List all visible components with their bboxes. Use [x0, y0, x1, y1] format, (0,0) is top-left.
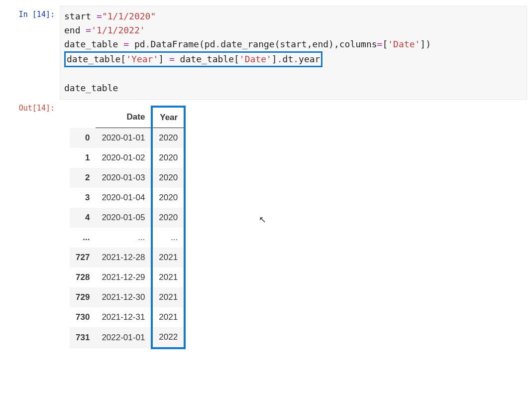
table-row: 32020-01-042020: [70, 188, 185, 208]
cell-date: 2020-01-01: [96, 128, 152, 148]
cell-index: 727: [70, 248, 96, 267]
highlighted-code-line: date_table['Year'] = date_table['Date'].…: [64, 51, 322, 67]
table-row: 7292021-12-302021: [70, 287, 185, 307]
output-cell: Out[14]: Date Year 02020-01-01202012020-…: [5, 100, 527, 349]
code-input-area[interactable]: start ="1/1/2020" end ='1/1/2022' date_t…: [60, 6, 527, 100]
cell-year: 2021: [152, 287, 185, 307]
header-index: [70, 107, 96, 128]
cell-date: ...: [96, 228, 152, 248]
cell-index: 1: [70, 148, 96, 168]
cell-index: 3: [70, 188, 96, 208]
cell-index: 728: [70, 267, 96, 287]
dataframe-table: Date Year 02020-01-01202012020-01-022020…: [70, 106, 186, 349]
cell-index: 729: [70, 287, 96, 307]
cell-date: 2021-12-29: [96, 267, 152, 287]
cell-date: 2020-01-04: [96, 188, 152, 208]
table-row: 7302021-12-312021: [70, 307, 185, 327]
table-row: .........: [70, 228, 185, 248]
jupyter-notebook: In [14]: start ="1/1/2020" end ='1/1/202…: [0, 0, 532, 364]
header-date: Date: [96, 107, 152, 128]
cell-date: 2021-12-31: [96, 307, 152, 327]
cell-date: 2020-01-05: [96, 208, 152, 228]
cell-index: 2: [70, 168, 96, 188]
table-row: 12020-01-022020: [70, 148, 185, 168]
cell-index: ...: [70, 228, 96, 248]
table-body: 02020-01-01202012020-01-02202022020-01-0…: [70, 128, 185, 349]
cell-date: 2020-01-03: [96, 168, 152, 188]
cell-year: 2020: [152, 128, 185, 148]
cell-year: 2022: [152, 327, 185, 348]
cell-index: 0: [70, 128, 96, 148]
header-year: Year: [152, 107, 185, 128]
table-row: 7272021-12-282021: [70, 248, 185, 267]
output-area: Date Year 02020-01-01202012020-01-022020…: [60, 100, 527, 349]
table-header: Date Year: [70, 107, 185, 128]
cell-year: 2021: [152, 267, 185, 287]
cell-year: 2020: [152, 148, 185, 168]
cell-date: 2022-01-01: [96, 327, 152, 348]
cell-year: ...: [152, 228, 185, 248]
cell-year: 2020: [152, 168, 185, 188]
table-row: 02020-01-012020: [70, 128, 185, 148]
out-prompt: Out[14]:: [5, 100, 60, 113]
table-row: 7282021-12-292021: [70, 267, 185, 287]
cell-date: 2020-01-02: [96, 148, 152, 168]
cell-index: 730: [70, 307, 96, 327]
table-row: 42020-01-052020: [70, 208, 185, 228]
cell-year: 2020: [152, 188, 185, 208]
input-cell: In [14]: start ="1/1/2020" end ='1/1/202…: [5, 6, 527, 100]
in-prompt: In [14]:: [5, 6, 60, 19]
cell-year: 2020: [152, 208, 185, 228]
cell-date: 2021-12-28: [96, 248, 152, 267]
table-row: 7312022-01-012022: [70, 327, 185, 348]
cell-index: 4: [70, 208, 96, 228]
table-row: 22020-01-032020: [70, 168, 185, 188]
cell-year: 2021: [152, 248, 185, 267]
code-block[interactable]: start ="1/1/2020" end ='1/1/2022' date_t…: [64, 9, 523, 95]
cell-date: 2021-12-30: [96, 287, 152, 307]
cell-index: 731: [70, 327, 96, 348]
cell-year: 2021: [152, 307, 185, 327]
